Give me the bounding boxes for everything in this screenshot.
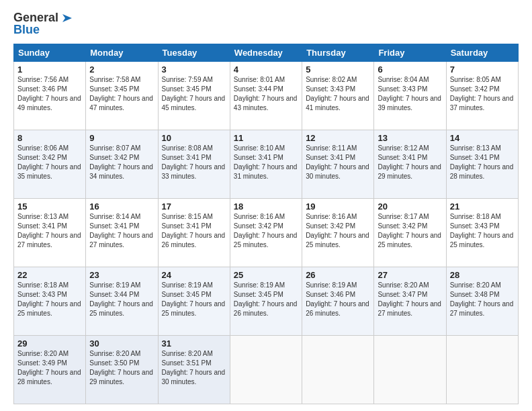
calendar-cell: 2Sunrise: 7:58 AMSunset: 3:45 PMDaylight… <box>86 62 158 130</box>
calendar-cell: 7Sunrise: 8:05 AMSunset: 3:42 PMDaylight… <box>446 62 518 130</box>
calendar-cell: 28Sunrise: 8:20 AMSunset: 3:48 PMDayligh… <box>446 267 518 336</box>
day-number: 24 <box>162 270 226 280</box>
day-info: Sunrise: 7:59 AMSunset: 3:45 PMDaylight:… <box>162 76 226 111</box>
day-info: Sunrise: 8:15 AMSunset: 3:41 PMDaylight:… <box>162 213 226 248</box>
calendar-header-row: SundayMondayTuesdayWednesdayThursdayFrid… <box>14 44 519 62</box>
day-info: Sunrise: 8:13 AMSunset: 3:41 PMDaylight:… <box>17 213 81 248</box>
calendar-cell: 24Sunrise: 8:19 AMSunset: 3:45 PMDayligh… <box>158 267 230 336</box>
day-info: Sunrise: 8:19 AMSunset: 3:44 PMDaylight:… <box>89 281 153 317</box>
day-info: Sunrise: 8:19 AMSunset: 3:45 PMDaylight:… <box>162 281 226 317</box>
calendar-day-header: Sunday <box>14 44 86 62</box>
calendar-week-row: 8Sunrise: 8:06 AMSunset: 3:42 PMDaylight… <box>14 130 519 199</box>
calendar-week-row: 1Sunrise: 7:56 AMSunset: 3:46 PMDaylight… <box>14 62 519 130</box>
day-number: 3 <box>162 64 226 75</box>
calendar-cell: 6Sunrise: 8:04 AMSunset: 3:43 PMDaylight… <box>374 62 446 130</box>
logo: General Blue <box>13 11 72 37</box>
day-number: 22 <box>17 270 82 280</box>
day-number: 8 <box>17 133 82 143</box>
header: General Blue <box>13 11 519 37</box>
day-number: 21 <box>450 201 515 212</box>
day-number: 4 <box>234 64 298 75</box>
calendar-cell: 10Sunrise: 8:08 AMSunset: 3:41 PMDayligh… <box>158 130 230 199</box>
day-info: Sunrise: 8:20 AMSunset: 3:49 PMDaylight:… <box>17 350 81 385</box>
svg-marker-0 <box>62 14 72 22</box>
calendar-cell: 16Sunrise: 8:14 AMSunset: 3:41 PMDayligh… <box>86 199 158 267</box>
day-number: 15 <box>17 201 82 212</box>
day-number: 2 <box>89 64 154 75</box>
calendar-week-row: 22Sunrise: 8:18 AMSunset: 3:43 PMDayligh… <box>14 267 519 336</box>
day-info: Sunrise: 8:02 AMSunset: 3:43 PMDaylight:… <box>306 76 369 111</box>
calendar-cell: 12Sunrise: 8:11 AMSunset: 3:41 PMDayligh… <box>302 130 374 199</box>
day-info: Sunrise: 8:20 AMSunset: 3:51 PMDaylight:… <box>162 350 226 385</box>
day-number: 14 <box>450 133 515 143</box>
day-number: 23 <box>89 270 154 280</box>
day-info: Sunrise: 8:12 AMSunset: 3:41 PMDaylight:… <box>378 144 441 180</box>
day-number: 18 <box>234 201 298 212</box>
calendar-cell: 3Sunrise: 7:59 AMSunset: 3:45 PMDaylight… <box>158 62 230 130</box>
calendar-cell <box>446 336 518 404</box>
day-info: Sunrise: 8:06 AMSunset: 3:42 PMDaylight:… <box>17 144 81 180</box>
day-info: Sunrise: 8:01 AMSunset: 3:44 PMDaylight:… <box>234 76 298 111</box>
calendar-cell: 21Sunrise: 8:18 AMSunset: 3:43 PMDayligh… <box>446 199 518 267</box>
day-info: Sunrise: 8:16 AMSunset: 3:42 PMDaylight:… <box>306 213 369 248</box>
calendar-cell: 27Sunrise: 8:20 AMSunset: 3:47 PMDayligh… <box>374 267 446 336</box>
day-info: Sunrise: 8:19 AMSunset: 3:46 PMDaylight:… <box>306 281 369 317</box>
day-info: Sunrise: 8:18 AMSunset: 3:43 PMDaylight:… <box>450 213 514 248</box>
calendar-cell: 5Sunrise: 8:02 AMSunset: 3:43 PMDaylight… <box>302 62 374 130</box>
day-info: Sunrise: 8:20 AMSunset: 3:47 PMDaylight:… <box>378 281 441 317</box>
day-number: 17 <box>162 201 226 212</box>
day-info: Sunrise: 8:17 AMSunset: 3:42 PMDaylight:… <box>378 213 441 248</box>
day-info: Sunrise: 8:20 AMSunset: 3:48 PMDaylight:… <box>450 281 514 317</box>
day-number: 28 <box>450 270 515 280</box>
day-number: 20 <box>378 201 442 212</box>
calendar-cell: 15Sunrise: 8:13 AMSunset: 3:41 PMDayligh… <box>14 199 86 267</box>
day-info: Sunrise: 8:18 AMSunset: 3:43 PMDaylight:… <box>17 281 81 317</box>
day-info: Sunrise: 8:13 AMSunset: 3:41 PMDaylight:… <box>450 144 514 180</box>
day-number: 26 <box>306 270 370 280</box>
calendar-cell: 23Sunrise: 8:19 AMSunset: 3:44 PMDayligh… <box>86 267 158 336</box>
day-info: Sunrise: 8:14 AMSunset: 3:41 PMDaylight:… <box>89 213 153 248</box>
day-number: 9 <box>89 133 154 143</box>
day-number: 29 <box>17 338 82 349</box>
day-number: 19 <box>306 201 370 212</box>
calendar-cell: 11Sunrise: 8:10 AMSunset: 3:41 PMDayligh… <box>230 130 302 199</box>
day-number: 12 <box>306 133 370 143</box>
day-number: 11 <box>234 133 298 143</box>
day-info: Sunrise: 7:58 AMSunset: 3:45 PMDaylight:… <box>89 76 153 111</box>
day-number: 16 <box>89 201 154 212</box>
calendar-cell: 20Sunrise: 8:17 AMSunset: 3:42 PMDayligh… <box>374 199 446 267</box>
calendar-day-header: Tuesday <box>158 44 230 62</box>
day-number: 13 <box>378 133 442 143</box>
day-info: Sunrise: 7:56 AMSunset: 3:46 PMDaylight:… <box>17 76 81 111</box>
calendar-cell: 26Sunrise: 8:19 AMSunset: 3:46 PMDayligh… <box>302 267 374 336</box>
day-info: Sunrise: 8:10 AMSunset: 3:41 PMDaylight:… <box>234 144 298 180</box>
calendar-week-row: 29Sunrise: 8:20 AMSunset: 3:49 PMDayligh… <box>14 336 519 404</box>
calendar-cell: 8Sunrise: 8:06 AMSunset: 3:42 PMDaylight… <box>14 130 86 199</box>
day-info: Sunrise: 8:20 AMSunset: 3:50 PMDaylight:… <box>89 350 153 385</box>
calendar-cell: 29Sunrise: 8:20 AMSunset: 3:49 PMDayligh… <box>14 336 86 404</box>
calendar-cell: 22Sunrise: 8:18 AMSunset: 3:43 PMDayligh… <box>14 267 86 336</box>
calendar-day-header: Saturday <box>446 44 518 62</box>
day-info: Sunrise: 8:11 AMSunset: 3:41 PMDaylight:… <box>306 144 369 180</box>
logo-arrow-icon <box>60 13 72 23</box>
calendar-cell: 13Sunrise: 8:12 AMSunset: 3:41 PMDayligh… <box>374 130 446 199</box>
day-number: 6 <box>378 64 442 75</box>
calendar-cell: 9Sunrise: 8:07 AMSunset: 3:42 PMDaylight… <box>86 130 158 199</box>
day-number: 1 <box>17 64 82 75</box>
calendar-cell: 30Sunrise: 8:20 AMSunset: 3:50 PMDayligh… <box>86 336 158 404</box>
day-number: 30 <box>89 338 154 349</box>
calendar-day-header: Wednesday <box>230 44 302 62</box>
calendar-day-header: Monday <box>86 44 158 62</box>
day-info: Sunrise: 8:19 AMSunset: 3:45 PMDaylight:… <box>234 281 298 317</box>
page: General Blue SundayMondayTuesdayWednesda… <box>0 0 532 411</box>
calendar-cell: 18Sunrise: 8:16 AMSunset: 3:42 PMDayligh… <box>230 199 302 267</box>
calendar-cell: 14Sunrise: 8:13 AMSunset: 3:41 PMDayligh… <box>446 130 518 199</box>
calendar-cell: 17Sunrise: 8:15 AMSunset: 3:41 PMDayligh… <box>158 199 230 267</box>
calendar-cell <box>230 336 302 404</box>
calendar: SundayMondayTuesdayWednesdayThursdayFrid… <box>13 44 519 404</box>
day-info: Sunrise: 8:05 AMSunset: 3:42 PMDaylight:… <box>450 76 514 111</box>
day-info: Sunrise: 8:07 AMSunset: 3:42 PMDaylight:… <box>89 144 153 180</box>
day-number: 5 <box>306 64 370 75</box>
day-number: 10 <box>162 133 226 143</box>
day-number: 27 <box>378 270 442 280</box>
